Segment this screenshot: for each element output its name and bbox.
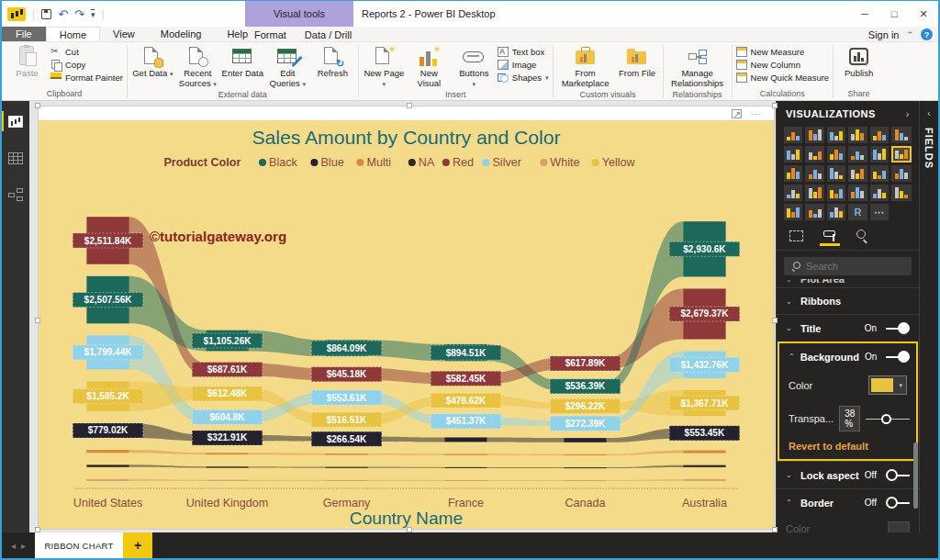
visual-type-tile[interactable] [848, 165, 867, 182]
ribbon-chart[interactable]: $2,511.84K$2,507.56K$1,799.44K$1,585.2K$… [39, 120, 774, 529]
new-measure-button[interactable]: New Measure [736, 47, 830, 57]
section-background[interactable]: ⌃BackgroundOn [779, 343, 916, 370]
visual-type-tile[interactable] [784, 127, 802, 143]
paste-button[interactable]: Paste [6, 44, 49, 79]
section-ribbons[interactable]: ⌄Ribbons [777, 287, 919, 314]
model-view-button[interactable] [2, 184, 29, 206]
visual-type-tile[interactable] [805, 185, 823, 201]
visual-type-tile[interactable] [805, 127, 823, 143]
from-file-button[interactable]: From File [616, 44, 659, 79]
text-box-button[interactable]: Text box [498, 47, 549, 57]
image-button[interactable]: Image [498, 60, 549, 70]
tab-format[interactable]: Format [245, 27, 296, 42]
panel-scrollbar[interactable] [913, 442, 918, 509]
collapse-panel-icon[interactable]: › [906, 108, 910, 119]
redo-icon[interactable]: ↷ [74, 8, 84, 20]
transparency-value[interactable]: 38 % [839, 406, 860, 431]
section-lock-aspect[interactable]: ⌄Lock aspectOff [777, 461, 919, 488]
cut-button[interactable]: ✂Cut [50, 47, 123, 57]
visual-type-tile[interactable] [827, 165, 845, 182]
refresh-button[interactable]: ↻ Refresh [311, 44, 354, 79]
visual-type-tile[interactable] [870, 127, 889, 143]
new-page-button[interactable]: ✶ New Page ▾ [363, 44, 406, 89]
format-search[interactable] [784, 257, 912, 275]
sign-in-link[interactable]: Sign in [868, 29, 900, 40]
visual-type-tile[interactable] [805, 146, 823, 162]
enter-data-button[interactable]: Enter Data [221, 44, 264, 79]
tab-home[interactable]: Home [46, 27, 100, 41]
publish-button[interactable]: Publish [837, 44, 880, 79]
lock-aspect-toggle[interactable] [886, 469, 910, 481]
tab-modeling[interactable]: Modeling [148, 27, 215, 41]
revert-to-default-link[interactable]: Revert to default [779, 437, 916, 459]
page-tab-ribbon-chart[interactable]: RIBBON CHART [35, 532, 123, 558]
background-toggle[interactable] [886, 351, 910, 363]
undo-icon[interactable]: ↶ [58, 8, 68, 20]
report-canvas[interactable]: ↗ ∙∙∙ $2,511.84K$2,507.56K$1,799.44K$1,5… [29, 101, 776, 532]
visual-type-tile[interactable] [848, 127, 867, 143]
data-view-button[interactable] [2, 147, 29, 169]
maximize-icon[interactable]: □ [879, 1, 909, 27]
visual-type-tile[interactable] [784, 146, 802, 162]
resize-handle[interactable] [35, 318, 40, 323]
color-picker[interactable]: ▾ [868, 375, 907, 395]
visual-type-tile[interactable] [827, 185, 845, 201]
expand-fields-icon[interactable]: ‹ [927, 108, 930, 118]
visual-type-tile[interactable] [827, 204, 845, 220]
section-border[interactable]: ⌃BorderOff [777, 488, 919, 516]
format-tab[interactable] [823, 230, 836, 245]
visual-type-tile[interactable] [784, 204, 802, 220]
shapes-button[interactable]: Shapes ▾ [498, 73, 549, 83]
visual-type-tile[interactable] [870, 165, 889, 182]
tab-view[interactable]: View [100, 27, 148, 41]
resize-handle[interactable] [35, 527, 40, 532]
visual-type-ribbon-chart[interactable] [891, 146, 912, 162]
report-view-button[interactable] [2, 110, 29, 132]
manage-relationships-button[interactable]: Manage Relationships [667, 44, 728, 89]
resize-handle[interactable] [407, 527, 412, 532]
visual-type-tile[interactable] [891, 165, 912, 182]
minimize-icon[interactable]: ─ [850, 1, 879, 27]
collapse-ribbon-icon[interactable]: ⌃ [906, 30, 913, 39]
visual-type-tile[interactable] [827, 146, 845, 162]
tab-file[interactable]: File [2, 27, 46, 41]
recent-sources-button[interactable]: Recent Sources ▾ [176, 44, 219, 89]
close-icon[interactable]: ✕ [909, 1, 938, 27]
new-quick-measure-button[interactable]: New Quick Measure [736, 73, 830, 83]
ribbon-chart-visual[interactable]: ↗ ∙∙∙ $2,511.84K$2,507.56K$1,799.44K$1,5… [38, 106, 775, 530]
focus-mode-icon[interactable]: ↗ [732, 109, 742, 118]
resize-handle[interactable] [35, 103, 40, 108]
add-page-button[interactable]: + [123, 532, 152, 558]
visual-type-tile[interactable] [805, 165, 823, 182]
copy-button[interactable]: Copy [50, 60, 123, 70]
section-plot-area[interactable]: ⌄Plot Area [777, 279, 919, 287]
visual-type-tile[interactable] [891, 127, 912, 143]
search-input[interactable] [806, 261, 904, 272]
visual-type-tile[interactable]: ⋯ [870, 204, 889, 220]
resize-handle[interactable] [772, 103, 778, 108]
customize-toolbar-icon[interactable]: ▾ [91, 9, 95, 19]
get-data-button[interactable]: Get Data ▾ [131, 44, 174, 79]
save-icon[interactable] [41, 9, 51, 19]
visual-type-tile[interactable] [784, 165, 802, 182]
transparency-slider[interactable] [866, 413, 910, 424]
edit-queries-button[interactable]: Edit Queries ▾ [266, 44, 309, 89]
more-options-icon[interactable]: ∙∙∙ [751, 109, 761, 118]
border-toggle[interactable] [886, 497, 910, 509]
from-marketplace-button[interactable]: From Marketplace [557, 44, 614, 89]
visual-type-tile[interactable] [891, 185, 912, 201]
visual-type-tile[interactable] [848, 146, 867, 162]
visual-type-tile[interactable] [870, 146, 889, 162]
resize-handle[interactable] [407, 103, 412, 108]
title-toggle[interactable] [886, 322, 910, 334]
fields-tab[interactable] [789, 230, 803, 245]
resize-handle[interactable] [772, 527, 778, 532]
resize-handle[interactable] [772, 318, 778, 323]
tab-data-drill[interactable]: Data / Drill [296, 27, 361, 42]
visual-type-tile[interactable] [848, 185, 867, 201]
next-page-icon[interactable]: ▸ [21, 541, 26, 551]
section-title[interactable]: ⌄TitleOn [777, 314, 919, 342]
help-icon[interactable]: ? [921, 28, 933, 40]
visual-type-tile[interactable]: R [848, 204, 867, 220]
buttons-button[interactable]: Buttons▾ [453, 44, 496, 89]
